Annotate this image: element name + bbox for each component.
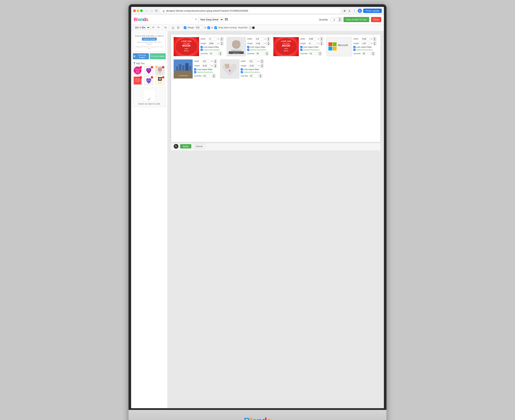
optimal-res-6[interactable]	[241, 71, 243, 73]
height-up-1[interactable]: ▲	[220, 42, 223, 43]
upload-dropzone[interactable]: Drag & drop a file here, or click to Upl…	[133, 33, 166, 52]
remove-thumb-5[interactable]: ✕	[151, 76, 153, 78]
height-up-4[interactable]: ▲	[373, 42, 376, 43]
height-down-1[interactable]: ▼	[220, 43, 223, 45]
width-up-2[interactable]: ▲	[267, 37, 270, 39]
color-swatch-2[interactable]	[252, 26, 255, 29]
gang-sheet-select[interactable]: New Gang Sheet	[198, 17, 224, 22]
height-input-2[interactable]	[255, 42, 264, 45]
qty-up-3[interactable]: ▲	[318, 52, 322, 53]
remove-thumb-2[interactable]: ✕	[151, 66, 153, 68]
browser-minimize-btn[interactable]	[137, 9, 139, 12]
grid-btn[interactable]: ◫	[171, 26, 175, 30]
lock-aspect-1[interactable]	[201, 46, 203, 48]
quantity-stepper[interactable]: 1 ▲ ▼	[330, 17, 342, 22]
height-down-6[interactable]: ▼	[260, 66, 264, 68]
undo-btn[interactable]: ↶	[151, 26, 155, 30]
canvas-item-2[interactable]: FADED MOON faded moon Width	[225, 36, 272, 58]
width-up-1[interactable]: ▲	[220, 37, 223, 39]
qty-up-6[interactable]: ▲	[259, 74, 262, 76]
optimal-res-1[interactable]	[201, 49, 203, 51]
apply-btn[interactable]: Apply	[180, 144, 191, 149]
remove-thumb-4[interactable]: ✕	[140, 76, 142, 78]
bookmark-btn[interactable]: ★	[343, 9, 347, 13]
reload-btn[interactable]: ↻	[154, 9, 159, 13]
qty-input-3[interactable]	[309, 52, 318, 55]
browser-close-btn[interactable]	[133, 9, 136, 12]
height-input-3[interactable]	[308, 42, 317, 45]
height-down-2[interactable]: ▼	[267, 43, 270, 45]
qty-down-5[interactable]: ▼	[212, 76, 215, 78]
size-select[interactable]: 22in X 30in	[133, 26, 150, 30]
margin-checkbox[interactable]	[184, 26, 186, 29]
browser-maximize-btn[interactable]	[140, 9, 143, 12]
qty-input-2[interactable]	[256, 52, 264, 55]
remove-thumb-6[interactable]: ✕	[162, 76, 164, 78]
from-my-images-btn[interactable]: 🖼 From My Images	[133, 53, 149, 59]
canvas-item-6[interactable]: Width in ▲▼ Height in	[219, 58, 265, 80]
lock-aspect-6[interactable]	[241, 68, 243, 70]
width-input-5[interactable]	[202, 60, 211, 63]
width-input-2[interactable]	[255, 38, 264, 40]
height-up-6[interactable]: ▲	[260, 64, 264, 66]
height-up-5[interactable]: ▲	[214, 64, 217, 66]
width-down-4[interactable]: ▼	[373, 39, 376, 41]
width-up-4[interactable]: ▲	[373, 37, 376, 39]
height-up-3[interactable]: ▲	[320, 42, 323, 43]
height-down-4[interactable]: ▼	[373, 43, 376, 45]
canvas-item-1[interactable]: LOVE YOU TO THE MOON AND BACK	[172, 36, 225, 58]
close-btn[interactable]: Close	[371, 17, 381, 22]
finish-update-btn[interactable]: Finish update	[363, 9, 382, 13]
lock-aspect-5[interactable]	[194, 68, 196, 70]
qty-input-4[interactable]	[362, 52, 371, 55]
optimal-res-5[interactable]	[194, 71, 196, 73]
qty-down-3[interactable]: ▼	[318, 53, 322, 55]
qty-down-6[interactable]: ▼	[259, 76, 262, 78]
width-up-3[interactable]: ▲	[320, 37, 323, 39]
height-down-3[interactable]: ▼	[320, 43, 323, 45]
width-down-6[interactable]: ▼	[260, 61, 264, 63]
list-btn[interactable]: ☰	[176, 26, 180, 30]
in-checkbox[interactable]	[207, 26, 210, 29]
canvas-area[interactable]: LOVE YOU TO THE MOON AND BACK	[168, 31, 384, 408]
forward-btn[interactable]: →	[149, 9, 154, 13]
width-down-5[interactable]: ▼	[214, 61, 217, 63]
quantity-up-btn[interactable]: ▲	[338, 18, 341, 20]
save-gang-sheet-btn[interactable]: 💾	[225, 18, 228, 21]
optimal-res-3[interactable]	[300, 49, 303, 51]
width-input-6[interactable]	[249, 60, 258, 63]
qty-down-2[interactable]: ▼	[265, 53, 268, 55]
remove-thumb-1[interactable]: ✕	[140, 66, 142, 68]
height-input-4[interactable]	[362, 42, 370, 45]
qty-up-1[interactable]: ▲	[219, 52, 222, 53]
refresh-canvas-btn[interactable]: ↻	[164, 26, 167, 30]
width-down-1[interactable]: ▼	[220, 39, 223, 41]
from-gallery-btn[interactable]: 🏢 From Gallery	[150, 53, 166, 59]
qty-input-6[interactable]	[249, 74, 258, 77]
refresh-btn[interactable]: ↻	[174, 144, 178, 149]
snap-checkbox[interactable]	[214, 26, 217, 29]
remove-thumb-3[interactable]: ✕	[162, 66, 164, 68]
thumb-5[interactable]: CELEBRATING ✕	[144, 76, 153, 85]
address-bar[interactable]: 🔒 designer-blends.com/products/custom-ga…	[160, 8, 341, 14]
back-btn[interactable]: ←	[144, 9, 149, 13]
qty-up-2[interactable]: ▲	[265, 52, 268, 53]
cancel-btn[interactable]: Cancel	[193, 144, 205, 149]
thumb-3[interactable]: Bear ✕ 1	[155, 66, 165, 75]
qty-input-5[interactable]	[203, 74, 211, 77]
color-swatch-1[interactable]	[249, 26, 252, 29]
width-up-6[interactable]: ▲	[260, 60, 264, 61]
height-up-2[interactable]: ▲	[267, 42, 270, 43]
qty-input-1[interactable]	[209, 52, 218, 55]
download-btn[interactable]: ⇓	[348, 9, 351, 13]
optimal-res-2[interactable]	[247, 49, 249, 51]
qty-up-4[interactable]: ▲	[372, 52, 375, 53]
add-text-btn[interactable]: T Add Text	[133, 61, 145, 66]
save-add-to-cart-btn[interactable]: Save & Add To Cart	[343, 17, 369, 22]
width-input-3[interactable]	[308, 38, 317, 40]
thumb-4[interactable]: LOVE YOU TO THE MOON AND BACK ✕	[133, 76, 142, 85]
upload-image-btn[interactable]: Upload Image	[142, 38, 157, 41]
thumb-1[interactable]: LOVE YOU TO THE MOON AND BACK ✕	[133, 66, 142, 75]
menu-btn[interactable]: ⋮	[353, 9, 356, 13]
canvas-item-3[interactable]: LOVE YOU TO THE MOON AND BACK	[272, 36, 325, 58]
